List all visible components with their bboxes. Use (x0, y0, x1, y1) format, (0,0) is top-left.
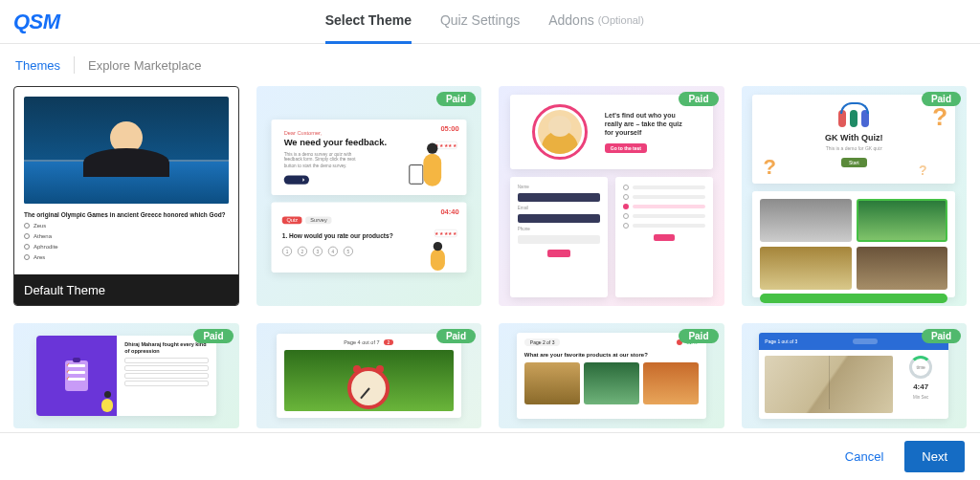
start-button-icon (284, 175, 309, 184)
profile-options-panel (615, 177, 713, 297)
tab-addons[interactable]: Addons (Optional) (548, 0, 644, 44)
tab-label: Quiz Settings (440, 12, 520, 28)
top-bar: QSM Select Theme Quiz Settings Addons (O… (0, 0, 980, 44)
feedback-hero-panel: 05:00 Dear Customer, We need your feedba… (271, 120, 466, 195)
theme-card-profile[interactable]: Paid Let's find out who you really are –… (499, 86, 724, 306)
default-option-1: Athena (24, 233, 229, 239)
alarm-clock-image (284, 350, 454, 411)
gk-hero-panel: ? ? ? GK With Quiz! This is a demo for G… (752, 95, 955, 184)
default-option-2: Aphrodite (24, 244, 229, 250)
profile-hero-panel: Let's find out who you really are – take… (510, 95, 713, 169)
gk-image-grid (752, 191, 955, 297)
products-panel: Page 2 of 3 01:47 What are your favorite… (517, 333, 706, 419)
profile-form-panel: Name Email Phone (510, 177, 608, 297)
alarm-clock-icon (347, 367, 390, 409)
person-icon (101, 391, 113, 412)
theme-gallery: The original Olympic Games in ancient Gr… (0, 86, 980, 432)
theme-card-gk[interactable]: Paid ? ? ? GK With Quiz! This is a demo … (742, 86, 968, 306)
tab-label: Select Theme (325, 12, 412, 28)
timer-icon: 04:40 (440, 207, 458, 215)
tab-quiz-settings[interactable]: Quiz Settings (440, 0, 520, 44)
paid-badge: Paid (679, 329, 718, 343)
default-hero-image (24, 97, 229, 204)
open-book-image (765, 356, 893, 413)
sub-nav: Themes Explore Marketplace (0, 44, 980, 86)
clipboard-icon (65, 360, 88, 391)
paid-badge: Paid (436, 329, 476, 343)
brand-logo: QSM (13, 10, 60, 34)
tab-optional-note: (Optional) (598, 14, 644, 26)
feedback-rating-panel: QuizSurvey 04:40 1. How would you rate o… (271, 203, 466, 273)
paid-badge: Paid (436, 92, 476, 106)
theme-card-clipboard[interactable]: Paid Dhiraj Maharaj fought every kind of… (13, 323, 239, 428)
default-option-0: Zeus (24, 223, 229, 229)
theme-card-book[interactable]: Paid Page 1 out of 3 10% time 4:47 Min S… (742, 323, 968, 428)
people-icon (838, 110, 869, 127)
subnav-themes[interactable]: Themes (15, 58, 60, 73)
avatar-icon (532, 104, 588, 160)
paid-badge: Paid (679, 92, 718, 106)
footer-bar: Cancel Next (0, 432, 980, 480)
paid-badge: Paid (922, 92, 961, 106)
clipboard-panel: Dhiraj Maharaj fought every kind of oppr… (36, 336, 216, 416)
theme-card-feedback[interactable]: Paid 05:00 Dear Customer, We need your f… (256, 86, 482, 306)
paid-badge: Paid (922, 329, 961, 343)
tab-select-theme[interactable]: Select Theme (325, 0, 412, 44)
timer-ring-icon: time (909, 356, 932, 379)
default-option-3: Ares (24, 254, 229, 260)
default-theme-caption: Default Theme (14, 274, 238, 305)
clock-panel: Page 4 out of 72 (277, 334, 461, 418)
default-question: The original Olympic Games in ancient Gr… (24, 211, 229, 218)
question-mark-icon: ? (762, 155, 777, 176)
paid-badge: Paid (193, 329, 233, 343)
theme-card-clock[interactable]: Paid Page 4 out of 72 (256, 323, 482, 428)
tab-label: Addons (548, 12, 593, 28)
cancel-button[interactable]: Cancel (835, 442, 893, 471)
theme-card-products[interactable]: Paid Page 2 of 3 01:47 What are your fav… (499, 323, 724, 428)
timer-icon: 05:00 (440, 125, 458, 133)
step-tabs: Select Theme Quiz Settings Addons (Optio… (325, 0, 644, 44)
theme-card-default[interactable]: The original Olympic Games in ancient Gr… (13, 86, 239, 306)
question-mark-icon: ? (915, 163, 930, 184)
book-panel: Page 1 out of 3 10% time 4:47 Min Sec (759, 333, 948, 419)
next-button[interactable]: Next (904, 441, 965, 472)
subnav-marketplace[interactable]: Explore Marketplace (88, 58, 202, 73)
subnav-divider (74, 56, 75, 74)
